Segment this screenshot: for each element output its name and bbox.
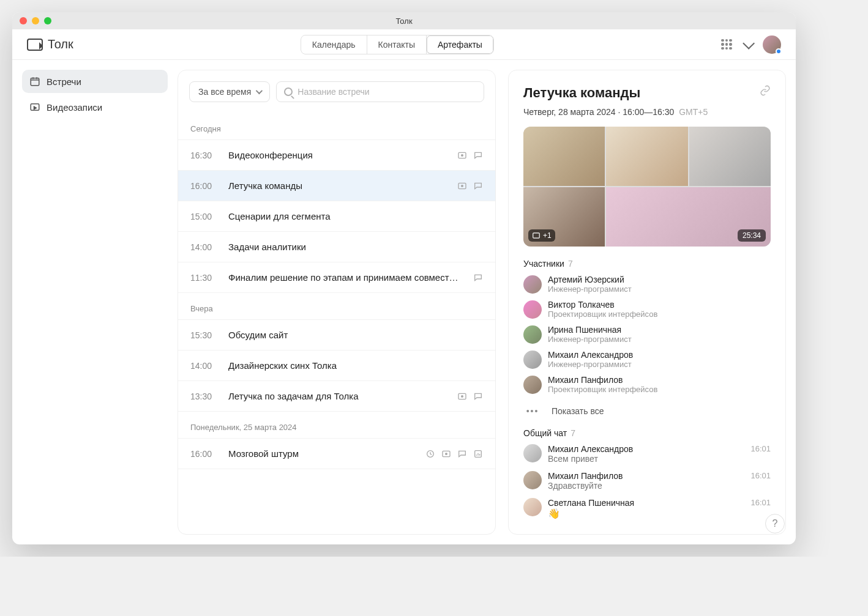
poll-icon <box>473 449 483 459</box>
meeting-time: 16:00 <box>190 181 216 191</box>
meeting-row[interactable]: 14:00 Задачи аналитики <box>178 232 495 262</box>
brand[interactable]: Толк <box>27 37 73 51</box>
search-box[interactable] <box>276 81 484 102</box>
video-icon <box>29 102 40 113</box>
participant-row[interactable]: Виктор Толкачев Проектировщик интерфейсо… <box>523 300 771 319</box>
participant-row[interactable]: Артемий Юзерский Инженер-программист <box>523 275 771 294</box>
detail-date: Четверг, 28 марта 2024 · 16:00—16:30 GMT… <box>523 107 771 117</box>
group-yesterday: Вчера <box>178 293 495 319</box>
meeting-title: Финалим решение по этапам и принимаем со… <box>228 272 461 283</box>
meeting-row[interactable]: 14:00 Дизайнерских синх Толка <box>178 351 495 381</box>
meeting-title: Сценарии для сегмента <box>228 211 483 221</box>
tab-contacts[interactable]: Контакты <box>367 35 427 54</box>
meeting-row[interactable]: 16:00 Летучка команды <box>178 171 495 201</box>
list-header: За все время <box>178 70 495 113</box>
chat-author: Михаил Александров <box>548 444 744 454</box>
participant-name: Михаил Александров <box>548 350 633 360</box>
meeting-title: Мозговой штурм <box>228 448 413 459</box>
recording-icon <box>457 391 467 401</box>
chevron-down-icon[interactable] <box>743 37 755 49</box>
sidebar: Встречи Видеозаписи <box>12 60 178 544</box>
tab-calendar[interactable]: Календарь <box>301 35 367 54</box>
brand-icon <box>27 39 43 51</box>
meeting-title: Дизайнерских синх Толка <box>228 360 483 371</box>
meeting-row[interactable]: 16:00 Мозговой штурм <box>178 438 495 469</box>
participant-name: Ирина Пшеничная <box>548 325 632 335</box>
avatar <box>523 498 542 516</box>
chat-message[interactable]: Светлана Пшеничная 👋 16:01 <box>523 498 771 519</box>
chat-time: 16:01 <box>750 444 771 464</box>
chevron-down-icon <box>256 87 263 94</box>
avatar <box>523 275 542 294</box>
link-icon[interactable] <box>760 85 771 96</box>
avatar <box>523 300 542 319</box>
avatar <box>523 351 542 369</box>
show-all-button[interactable]: ••• Показать все <box>523 406 771 416</box>
chat-count: 7 <box>571 428 575 438</box>
chat-text: Всем привет <box>548 454 744 464</box>
meeting-row[interactable]: 15:30 Обсудим сайт <box>178 319 495 351</box>
meetings-panel: За все время Сегодня 16:30 Видеоконферен… <box>178 70 496 535</box>
transcript-icon <box>425 449 435 459</box>
chat-author: Светлана Пшеничная <box>548 498 744 508</box>
meetings-list[interactable]: Сегодня 16:30 Видеоконференция 16:00 Лет… <box>178 113 495 534</box>
svg-rect-12 <box>533 233 540 238</box>
meeting-badges <box>473 273 483 283</box>
video-thumbnail[interactable]: +1 25:34 <box>523 127 771 247</box>
avatar <box>523 471 542 489</box>
maximize-button[interactable] <box>44 17 51 24</box>
duration-badge: 25:34 <box>738 229 766 242</box>
meeting-title: Задачи аналитики <box>228 242 483 252</box>
participant-row[interactable]: Ирина Пшеничная Инженер-программист <box>523 325 771 344</box>
detail-header: Летучка команды <box>523 85 771 101</box>
sidebar-item-meetings[interactable]: Встречи <box>22 70 168 93</box>
detail-title: Летучка команды <box>523 85 640 101</box>
sidebar-item-label: Встречи <box>47 76 81 87</box>
filter-label: За все время <box>198 87 251 97</box>
avatar <box>523 376 542 394</box>
participants-list: Артемий Юзерский Инженер-программист Вик… <box>523 275 771 416</box>
participant-name: Артемий Юзерский <box>548 275 632 284</box>
participants-label: Участники 7 <box>523 259 771 269</box>
tab-artifacts[interactable]: Артефакты <box>427 35 493 54</box>
video-tile <box>606 127 687 186</box>
main: За все время Сегодня 16:30 Видеоконферен… <box>178 60 796 544</box>
recording-icon <box>457 150 467 160</box>
sidebar-item-recordings[interactable]: Видеозаписи <box>22 95 168 119</box>
meeting-time: 14:00 <box>190 361 216 371</box>
meeting-badges <box>457 391 483 401</box>
time-filter-button[interactable]: За все время <box>189 81 270 102</box>
brand-name: Толк <box>48 37 73 51</box>
participant-role: Инженер-программист <box>548 284 632 294</box>
chat-label: Общий чат 7 <box>523 428 771 438</box>
video-tile <box>523 127 605 186</box>
meeting-time: 11:30 <box>190 273 216 283</box>
traffic-lights <box>20 17 51 24</box>
minimize-button[interactable] <box>32 17 39 24</box>
window-title: Толк <box>395 17 412 26</box>
user-avatar[interactable] <box>763 35 781 54</box>
chat-message[interactable]: Михаил Панфилов Здравствуйте 16:01 <box>523 471 771 491</box>
chat-message[interactable]: Михаил Александров Всем привет 16:01 <box>523 444 771 464</box>
meeting-row[interactable]: 15:00 Сценарии для сегмента <box>178 201 495 232</box>
meeting-row[interactable]: 11:30 Финалим решение по этапам и приним… <box>178 262 495 293</box>
help-button[interactable]: ? <box>765 514 785 533</box>
meeting-time: 13:30 <box>190 391 216 401</box>
recording-icon <box>457 181 467 191</box>
chat-icon <box>473 181 483 191</box>
meeting-row[interactable]: 13:30 Летучка по задачам для Толка <box>178 381 495 412</box>
participant-row[interactable]: Михаил Александров Инженер-программист <box>523 350 771 369</box>
apps-grid-icon[interactable] <box>721 39 732 50</box>
close-button[interactable] <box>20 17 27 24</box>
meeting-title: Видеоконференция <box>228 150 445 160</box>
status-dot <box>776 48 782 54</box>
participant-role: Инженер-программист <box>548 360 633 369</box>
video-tile <box>689 127 771 186</box>
search-input[interactable] <box>297 87 476 97</box>
app-window: Толк Толк Календарь Контакты Артефакты В… <box>12 12 796 544</box>
svg-point-5 <box>462 185 463 187</box>
participant-row[interactable]: Михаил Панфилов Проектировщик интерфейсо… <box>523 375 771 394</box>
chat-text: 👋 <box>548 508 744 519</box>
recording-icon <box>532 231 541 240</box>
meeting-row[interactable]: 16:30 Видеоконференция <box>178 139 495 171</box>
